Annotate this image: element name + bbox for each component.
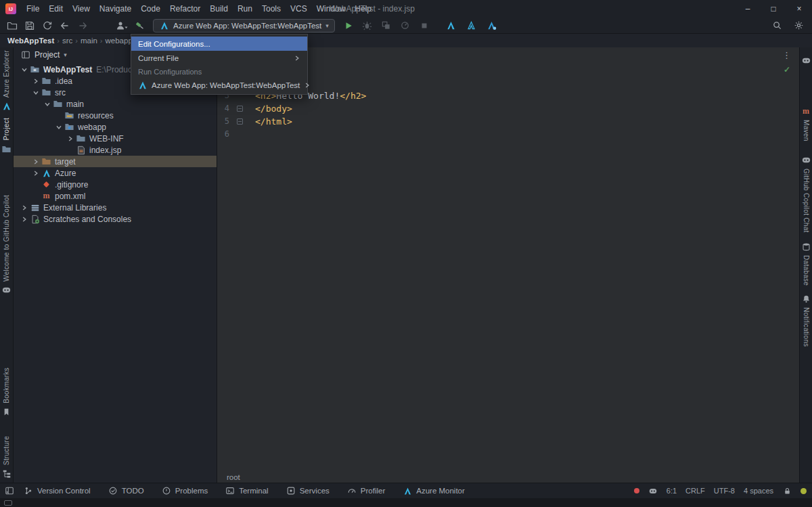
breadcrumb-webapp[interactable]: webapp [104, 37, 135, 45]
menu-file[interactable]: File [22, 0, 44, 18]
tree-item-pom-xml[interactable]: mpom.xml [14, 190, 217, 202]
caret-position[interactable]: 6:1 [667, 487, 677, 495]
tool-stripe-notifications[interactable]: Notifications [801, 294, 811, 347]
tool-stripe-azure-explorer[interactable]: Azure Explorer [1, 50, 12, 111]
menu-item-azure-web-app-webapptest-webapptest[interactable]: Azure Web App: WebAppTest:WebAppTest [131, 78, 307, 92]
breadcrumb-root[interactable]: root [227, 473, 240, 481]
chevron-spacer [30, 179, 41, 190]
chevron-down-icon[interactable] [30, 87, 41, 97]
tool-stripe-structure[interactable]: Structure [1, 436, 12, 479]
project-panel-icon [20, 50, 30, 60]
close-button[interactable]: × [786, 0, 812, 18]
azure-icon [138, 80, 148, 90]
menu-navigate[interactable]: Navigate [95, 0, 136, 18]
file-encoding[interactable]: UTF-8 [714, 487, 735, 495]
taskbar-app-icon[interactable] [4, 500, 12, 506]
ide-notification-icon[interactable] [800, 488, 807, 494]
open-folder-icon[interactable] [4, 18, 20, 33]
breadcrumb-src[interactable]: src [60, 37, 74, 45]
run-config-combo[interactable]: Azure Web App: WebAppTest:WebAppTest ▾ [153, 19, 335, 32]
minimize-button[interactable]: – [735, 0, 761, 18]
toolwindow-button-problems[interactable]: Problems [153, 483, 217, 498]
line-separator[interactable]: CRLF [685, 487, 705, 495]
tree-item-external-libraries[interactable]: External Libraries [14, 202, 217, 213]
chevron-down-icon[interactable] [53, 122, 64, 132]
chevron-right-icon[interactable] [30, 156, 41, 167]
maven-icon: m [801, 106, 811, 116]
menu-build[interactable]: Build [205, 0, 233, 18]
toolwindow-button-todo[interactable]: TODO [99, 483, 153, 498]
code-line-4[interactable]: 4</body> [217, 102, 799, 115]
tool-stripe-database[interactable]: Database [801, 242, 811, 286]
menu-view[interactable]: View [68, 0, 95, 18]
menu-code[interactable]: Code [136, 0, 165, 18]
left-stripe-top: Azure ExplorerProjectWelcome to GitHub C… [0, 47, 13, 295]
folder-icon [41, 76, 52, 86]
menu-tools[interactable]: Tools [257, 0, 286, 18]
menu-run[interactable]: Run [233, 0, 257, 18]
services-icon [286, 486, 296, 495]
more-options-icon[interactable]: ⋮ [782, 50, 791, 60]
menu-edit[interactable]: Edit [44, 0, 68, 18]
toolwindow-button-version-control[interactable]: Version Control [15, 483, 99, 498]
menu-vcs[interactable]: VCS [286, 0, 312, 18]
chevron-right-icon[interactable] [19, 202, 29, 213]
tree-item-gitignore[interactable]: .gitignore [14, 179, 217, 190]
save-all-icon[interactable] [22, 18, 38, 33]
toolwindow-button-azure-monitor[interactable]: Azure Monitor [394, 483, 474, 498]
menu-refactor[interactable]: Refactor [165, 0, 205, 18]
chevron-down-icon[interactable] [19, 64, 29, 74]
back-icon[interactable] [57, 18, 73, 33]
git-icon [41, 179, 52, 190]
tool-stripe-github-copilot[interactable] [801, 56, 811, 66]
tool-stripe-bookmarks[interactable]: Bookmarks [1, 368, 12, 417]
tree-item-resources[interactable]: resources [14, 110, 217, 121]
search-icon[interactable] [769, 18, 785, 33]
azure-a-3-icon[interactable] [484, 18, 500, 33]
tool-stripe-maven[interactable]: mMaven [801, 106, 811, 141]
toolwindow-button-terminal[interactable]: Terminal [217, 483, 277, 498]
maximize-button[interactable]: □ [761, 0, 786, 18]
azure-a-1-icon[interactable] [443, 18, 459, 33]
tree-item-index-jsp[interactable]: index.jsp [14, 144, 217, 156]
tree-item-web-inf[interactable]: WEB-INF [14, 133, 217, 144]
toolwindow-button-profiler[interactable]: Profiler [338, 483, 394, 498]
inspections-ok-icon[interactable]: ✓ [784, 65, 790, 74]
toolwindow-switcher-icon[interactable] [4, 485, 15, 496]
editor-area[interactable]: ⋮ ✓ 3<h2>Hello World!</h2>4</body>5</htm… [217, 47, 799, 483]
menu-item-edit-configurations[interactable]: Edit Configurations... [131, 37, 307, 51]
tool-stripe-github-copilot-chat[interactable]: GitHub Copilot Chat [801, 155, 811, 233]
profile-icon[interactable] [114, 18, 130, 33]
code-line-5[interactable]: 5</html> [217, 115, 799, 128]
tool-stripe-project[interactable]: Project [1, 118, 12, 154]
forward-icon [74, 18, 91, 33]
tree-item-main[interactable]: main [14, 98, 217, 110]
settings-icon[interactable] [790, 18, 807, 33]
indent-style[interactable]: 4 spaces [744, 487, 773, 495]
code-line-6[interactable]: 6 [217, 128, 799, 141]
tree-item-target[interactable]: target [14, 156, 217, 167]
chevron-right-icon[interactable] [65, 133, 75, 144]
build-hammer-icon[interactable] [131, 18, 148, 33]
tool-stripe-welcome-to-github-copilot[interactable]: Welcome to GitHub Copilot [1, 195, 12, 295]
chevron-down-icon[interactable] [42, 99, 52, 109]
copilot-status-icon[interactable] [648, 486, 658, 495]
jsp-icon [75, 145, 87, 155]
profiler-run-icon [397, 18, 413, 33]
submenu-arrow-icon [304, 82, 311, 89]
tree-item-webapp[interactable]: webapp [14, 121, 217, 133]
chevron-right-icon[interactable] [30, 76, 41, 86]
menu-item-current-file[interactable]: Current File [131, 51, 307, 65]
tree-item-azure[interactable]: Azure [14, 167, 217, 179]
chevron-right-icon[interactable] [19, 214, 29, 224]
breadcrumb-webapptest[interactable]: WebAppTest [5, 37, 56, 45]
tree-item-scratches-and-consoles[interactable]: Scratches and Consoles [14, 213, 217, 225]
chevron-right-icon[interactable] [30, 168, 41, 178]
sync-icon[interactable] [39, 18, 55, 33]
run-icon[interactable] [340, 18, 357, 33]
breadcrumb-main[interactable]: main [78, 37, 99, 45]
toolwindow-button-services[interactable]: Services [277, 483, 338, 498]
azure-a-2-icon[interactable] [464, 18, 480, 33]
readonly-lock-icon[interactable] [782, 486, 792, 495]
toolwindow-button-label: Problems [175, 487, 208, 495]
